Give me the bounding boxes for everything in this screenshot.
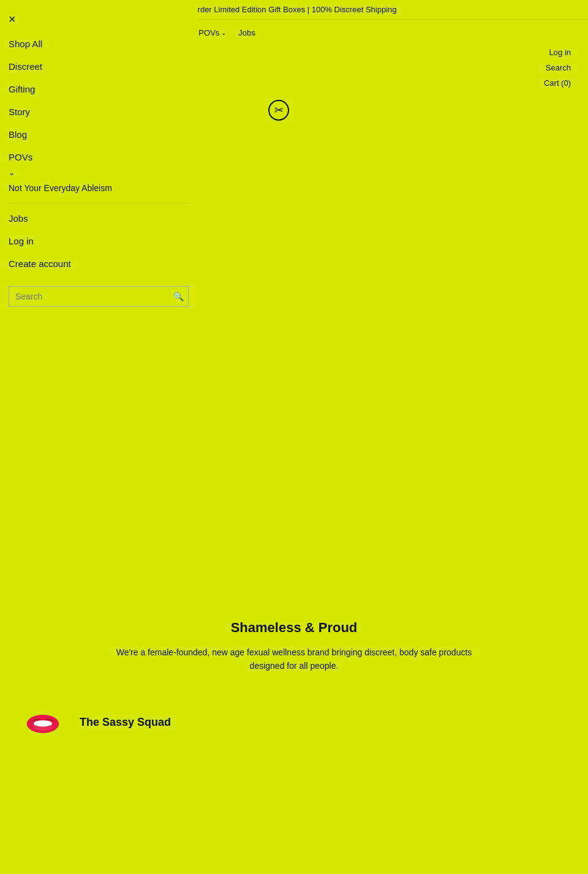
mobile-nav-povs[interactable]: POVs [0, 146, 197, 168]
brand-description: We're a female-founded, new age fexual w… [110, 646, 478, 673]
mobile-nav-not-your-everyday[interactable]: Not Your Everyday Ableism [0, 177, 197, 199]
mobile-search-container: 🔍 [0, 280, 197, 313]
mobile-nav-blog[interactable]: Blog [0, 123, 197, 146]
lips-section: The Sassy Squad [0, 698, 588, 752]
search-input[interactable] [9, 286, 189, 307]
announcement-text: Order Limited Edition Gift Boxes | 100% … [191, 5, 396, 14]
search-wrapper: 🔍 [9, 286, 189, 307]
mobile-nav-discreet[interactable]: Discreet [0, 55, 197, 78]
header-actions: Log in Search Cart (0) [535, 43, 579, 92]
mobile-nav-login[interactable]: Log in [0, 230, 197, 252]
chevron-down-icon: ⌄ [221, 29, 226, 36]
mobile-nav-jobs[interactable]: Jobs [0, 207, 197, 230]
chevron-down-icon: ⌄ [0, 168, 197, 177]
lips-icon [24, 710, 61, 740]
svg-text:✂: ✂ [274, 104, 284, 116]
desktop-nav-povs[interactable]: POVs ⌄ [192, 24, 232, 41]
mobile-nav-shop-all[interactable]: Shop All [0, 32, 197, 55]
search-link[interactable]: Search [544, 61, 571, 75]
cart-link[interactable]: Cart (0) [544, 76, 571, 90]
close-menu-button[interactable]: × [0, 6, 24, 32]
svg-point-4 [34, 720, 52, 727]
mobile-menu-overlay: × Shop All Discreet Gifting Story Blog P… [0, 0, 197, 429]
login-link[interactable]: Log in [544, 45, 571, 59]
center-logo: ✂ [263, 98, 294, 134]
desktop-nav-jobs[interactable]: Jobs [232, 24, 261, 41]
shameless-title: Shameless & Proud [24, 620, 564, 636]
mobile-nav-story[interactable]: Story [0, 100, 197, 123]
sassy-squad-text: The Sassy Squad [80, 716, 171, 729]
mobile-nav-gifting[interactable]: Gifting [0, 78, 197, 100]
mobile-nav-create-account[interactable]: Create account [0, 252, 197, 275]
search-icon[interactable]: 🔍 [173, 292, 184, 301]
menu-divider [9, 203, 189, 203]
